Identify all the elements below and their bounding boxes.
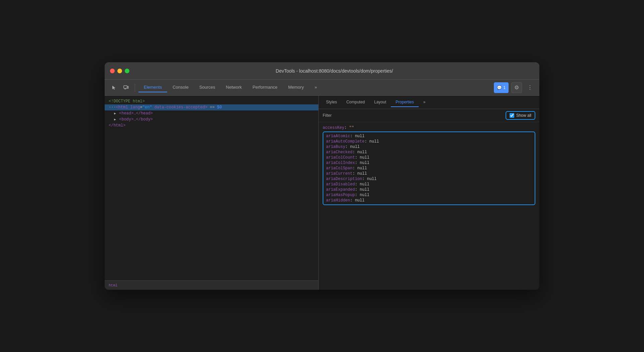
settings-button[interactable]: ⚙ [511,82,522,93]
device-icon[interactable] [121,82,131,93]
tab-layout[interactable]: Layout [369,98,391,107]
tab-more[interactable]: » [309,83,322,92]
more-options-button[interactable]: ⋮ [525,82,535,93]
body-line[interactable]: ▶ <body>…</body> [114,116,314,122]
dom-panel: <!DOCTYPE html> ···<html lang="en" data-… [105,96,319,290]
window-title: DevTools - localhost:8080/docs/devtools/… [135,68,534,74]
prop-ariaExpanded: ariaExpanded: null [326,187,532,192]
dom-tree[interactable]: <!DOCTYPE html> ···<html lang="en" data-… [105,96,318,280]
comment-button[interactable]: 💬 1 [494,82,509,93]
close-button[interactable] [110,69,115,73]
toolbar-divider [135,84,135,92]
prop-ariaColSpan: ariaColSpan: null [326,166,532,171]
prop-ariaDisabled: ariaDisabled: null [326,182,532,187]
tab-elements[interactable]: Elements [138,83,167,92]
access-key-property: accessKey: "" [323,125,535,131]
tab-memory[interactable]: Memory [283,83,309,92]
prop-ariaDescription: ariaDescription: null [326,176,532,182]
minimize-button[interactable] [117,69,122,73]
tab-network[interactable]: Network [221,83,247,92]
properties-list[interactable]: accessKey: "" ariaAtomic: null ariaAutoC… [319,122,539,290]
props-tabs: Styles Computed Layout Properties » [319,96,539,109]
main-tabs: Elements Console Sources Network Perform… [138,83,493,92]
show-all-label[interactable]: Show all [516,113,531,118]
prop-ariaAtomic: ariaAtomic: null [326,134,532,139]
maximize-button[interactable] [125,69,129,73]
tab-computed[interactable]: Computed [342,98,369,107]
head-line[interactable]: ▶ <head>…</head> [114,110,314,116]
aria-properties-box: ariaAtomic: null ariaAutoComplete: null … [323,131,535,205]
html-element-line[interactable]: ···<html lang="en" data-cookies-accepted… [105,104,318,110]
prop-ariaColIndex: ariaColIndex: null [326,160,532,166]
tab-styles[interactable]: Styles [321,98,342,107]
status-bar: html [105,280,318,290]
prop-ariaCurrent: ariaCurrent: null [326,171,532,176]
prop-ariaColCount: ariaColCount: null [326,155,532,160]
svg-rect-1 [127,86,128,88]
prop-ariaHidden: ariaHidden: null [326,198,532,203]
filter-bar: Filter Show all [319,109,539,122]
main-content: <!DOCTYPE html> ···<html lang="en" data-… [105,96,539,290]
prop-ariaChecked: ariaChecked: null [326,150,532,155]
main-toolbar: Elements Console Sources Network Perform… [105,80,539,96]
traffic-lights [110,69,129,73]
filter-label: Filter [323,113,503,118]
show-all-checkbox[interactable] [510,113,514,118]
prop-ariaAutoComplete: ariaAutoComplete: null [326,139,532,144]
html-close-line: </html> [109,122,314,128]
tab-performance[interactable]: Performance [247,83,283,92]
tab-properties[interactable]: Properties [391,98,419,107]
tab-sources[interactable]: Sources [194,83,221,92]
prop-ariaHasPopup: ariaHasPopup: null [326,192,532,198]
show-all-container: Show all [506,111,535,120]
tab-more[interactable]: » [419,98,430,107]
doctype-line: <!DOCTYPE html> [109,98,314,104]
cursor-icon[interactable] [109,82,119,93]
tab-console[interactable]: Console [167,83,194,92]
devtools-window: DevTools - localhost:8080/docs/devtools/… [105,62,539,290]
prop-ariaBusy: ariaBusy: null [326,144,532,150]
titlebar: DevTools - localhost:8080/docs/devtools/… [105,62,539,80]
toolbar-right: 💬 1 ⚙ ⋮ [494,82,535,93]
breadcrumb: html [109,283,117,287]
properties-panel: Styles Computed Layout Properties » Filt… [319,96,539,290]
svg-rect-0 [124,86,127,88]
